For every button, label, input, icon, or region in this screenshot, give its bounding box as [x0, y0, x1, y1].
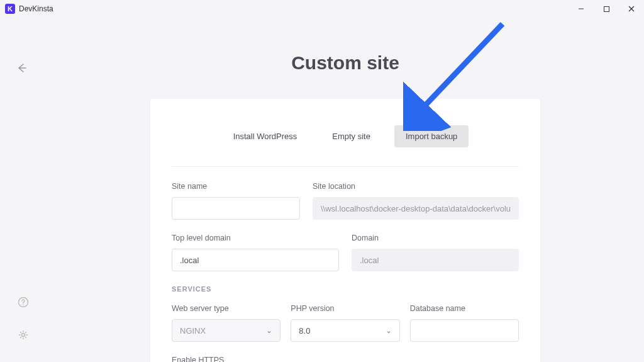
page-title: Custom site: [47, 18, 644, 99]
left-rail: [0, 18, 47, 362]
site-name-input[interactable]: [172, 197, 300, 220]
divider: [172, 166, 519, 167]
db-name-input[interactable]: [410, 319, 519, 342]
web-server-label: Web server type: [172, 304, 280, 313]
close-button[interactable]: [619, 0, 644, 18]
tab-import-backup[interactable]: Import backup: [394, 125, 469, 147]
content-area[interactable]: Custom site Install WordPress Empty site…: [47, 18, 644, 362]
site-location-label: Site location: [313, 182, 519, 191]
tld-input[interactable]: [172, 249, 339, 271]
domain-value: .local: [352, 249, 519, 271]
app-logo-icon: K: [5, 4, 15, 14]
php-version-label: PHP version: [291, 304, 399, 313]
php-version-value: 8.0: [299, 326, 310, 336]
tabs: Install WordPress Empty site Import back…: [172, 125, 519, 147]
chevron-down-icon: ⌄: [386, 326, 392, 335]
help-icon[interactable]: [18, 297, 29, 310]
domain-label: Domain: [352, 234, 519, 242]
web-server-value: NGINX: [180, 326, 206, 336]
maximize-button[interactable]: [594, 0, 619, 18]
chevron-down-icon: ⌄: [266, 326, 272, 335]
web-server-select: NGINX ⌄: [172, 319, 280, 342]
tab-empty-site[interactable]: Empty site: [321, 125, 382, 147]
svg-point-5: [23, 304, 24, 305]
titlebar: K DevKinsta: [0, 0, 644, 18]
form-card: Install WordPress Empty site Import back…: [150, 99, 540, 362]
services-section-label: SERVICES: [172, 285, 519, 293]
svg-rect-1: [604, 6, 609, 11]
enable-https-label: Enable HTTPS: [172, 356, 519, 362]
settings-icon[interactable]: [18, 329, 29, 343]
site-name-label: Site name: [172, 182, 300, 191]
site-location-value: \\wsl.localhost\docker-desktop-data\data…: [313, 197, 519, 220]
db-name-label: Database name: [410, 304, 519, 313]
php-version-select[interactable]: 8.0 ⌄: [291, 319, 399, 342]
tab-install-wordpress[interactable]: Install WordPress: [222, 125, 309, 147]
app-title: DevKinsta: [19, 4, 53, 13]
back-button[interactable]: [16, 62, 31, 77]
svg-point-6: [22, 334, 25, 337]
minimize-button[interactable]: [569, 0, 594, 18]
tld-label: Top level domain: [172, 234, 339, 242]
window-controls: [569, 0, 644, 18]
